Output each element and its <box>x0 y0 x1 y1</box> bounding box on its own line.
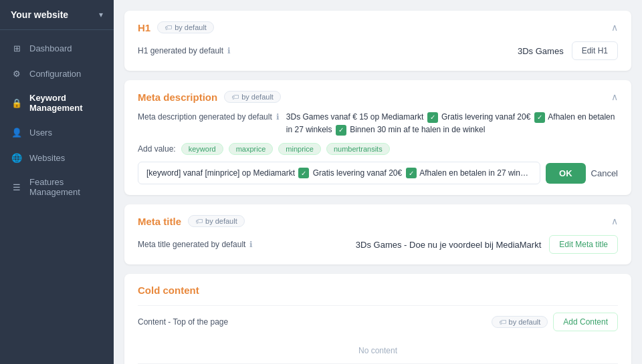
sidebar-item-label: Configuration <box>29 69 81 79</box>
gear-icon: ⚙ <box>11 67 23 79</box>
content-top-row: Content - Top of the page 🏷 by default A… <box>138 305 618 338</box>
tag-icon: 🏷 <box>195 217 203 225</box>
editor-text: [keyword] vanaf [minprice] op Mediamarkt… <box>146 168 540 178</box>
chevron-down-icon: ▾ <box>99 10 103 19</box>
add-content-top-button[interactable]: Add Content <box>553 313 618 331</box>
sidebar-item-label: Websites <box>29 153 65 163</box>
info-icon: ℹ <box>276 112 280 122</box>
cold-content-card: Cold content Content - Top of the page 🏷… <box>124 274 631 364</box>
no-content-message: No content <box>138 338 618 363</box>
meta-title-collapse-icon[interactable]: ∧ <box>611 216 618 226</box>
meta-desc-value: 3Ds Games vanaf € 15 op Mediamarkt ✓ Gra… <box>286 111 618 136</box>
meta-desc-part2: Gratis levering vanaf 20€ <box>441 112 530 122</box>
sidebar-item-label: Keyword Management <box>29 93 103 113</box>
tag-icon: 🏷 <box>165 23 172 31</box>
edit-h1-button[interactable]: Edit H1 <box>572 41 618 60</box>
h1-label-text: H1 generated by default <box>138 46 223 55</box>
check-icon-1: ✓ <box>427 112 438 123</box>
meta-title-card-header: Meta title 🏷 by default ∧ <box>138 215 618 227</box>
sidebar-item-configuration[interactable]: ⚙ Configuration <box>0 61 114 86</box>
sidebar-item-label: Features Management <box>29 177 103 197</box>
sidebar-item-websites[interactable]: 🌐 Websites <box>0 145 114 170</box>
meta-desc-part4: Binnen 30 min af te halen in de winkel <box>350 125 485 134</box>
dashboard-icon: ⊞ <box>11 42 23 54</box>
meta-title-field-right: 3Ds Games - Doe nu je voordeel bij Media… <box>356 235 618 254</box>
globe-icon: 🌐 <box>11 152 23 164</box>
tag-icon: 🏷 <box>499 318 506 326</box>
chip-maxprice[interactable]: maxprice <box>229 143 274 155</box>
meta-desc-field-label: Meta description generated by default ℹ <box>138 112 280 122</box>
content-top-label: Content - Top of the page <box>138 317 228 327</box>
info-icon: ℹ <box>227 46 231 55</box>
meta-desc-part1: 3Ds Games vanaf € 15 op Mediamarkt <box>286 112 423 122</box>
cancel-button[interactable]: Cancel <box>591 168 618 178</box>
meta-title-badge-label: by default <box>205 217 237 225</box>
meta-title-card: Meta title 🏷 by default ∧ Meta title gen… <box>124 204 631 264</box>
h1-badge-label: by default <box>175 23 207 31</box>
content-top-badge: 🏷 by default <box>492 316 548 328</box>
meta-desc-card-header: Meta description 🏷 by default ∧ <box>138 91 618 103</box>
content-top-right: 🏷 by default Add Content <box>492 313 618 331</box>
add-value-row: Add value: keyword maxprice minprice num… <box>138 143 618 155</box>
sidebar-item-features-management[interactable]: ☰ Features Management <box>0 170 114 204</box>
sidebar-item-label: Dashboard <box>29 43 72 53</box>
sidebar-item-dashboard[interactable]: ⊞ Dashboard <box>0 35 114 61</box>
h1-card-header: H1 🏷 by default ∧ <box>138 21 618 33</box>
edit-meta-title-button[interactable]: Edit Meta title <box>549 235 618 254</box>
meta-desc-label-text: Meta description generated by default <box>138 112 272 122</box>
check-icon-3: ✓ <box>336 125 346 136</box>
h1-header-left: H1 🏷 by default <box>138 21 214 33</box>
chip-numbertransits[interactable]: numbertransits <box>326 143 390 155</box>
h1-field-row: H1 generated by default ℹ 3Ds Games Edit… <box>138 41 618 60</box>
h1-title: H1 <box>138 22 150 33</box>
sidebar-item-label: Users <box>29 128 52 138</box>
features-icon: ☰ <box>11 181 23 193</box>
h1-collapse-icon[interactable]: ∧ <box>611 22 618 33</box>
sidebar-header[interactable]: Your website ▾ <box>0 0 114 30</box>
info-icon: ℹ <box>249 240 253 249</box>
meta-title-default-badge: 🏷 by default <box>188 215 245 227</box>
check-icon-2: ✓ <box>534 112 545 123</box>
sidebar-nav: ⊞ Dashboard ⚙ Configuration 🔒 Keyword Ma… <box>0 30 114 364</box>
sidebar: Your website ▾ ⊞ Dashboard ⚙ Configurati… <box>0 0 114 364</box>
meta-title-header-left: Meta title 🏷 by default <box>138 215 245 227</box>
meta-desc-editor-row: [keyword] vanaf [minprice] op Mediamarkt… <box>138 162 618 184</box>
lock-icon: 🔒 <box>11 97 23 109</box>
chip-minprice[interactable]: minprice <box>278 143 321 155</box>
h1-value: 3Ds Games <box>518 46 564 56</box>
sidebar-item-keyword-management[interactable]: 🔒 Keyword Management <box>0 86 114 120</box>
meta-title-title: Meta title <box>138 216 181 227</box>
meta-desc-editor-input[interactable]: [keyword] vanaf [minprice] op Mediamarkt… <box>138 162 540 184</box>
chip-keyword[interactable]: keyword <box>181 143 223 155</box>
website-name: Your website <box>11 9 68 20</box>
content-top-label-text: Content - Top of the page <box>138 317 228 327</box>
meta-description-card: Meta description 🏷 by default ∧ Meta des… <box>124 80 631 195</box>
meta-desc-field-row: Meta description generated by default ℹ … <box>138 111 618 136</box>
meta-desc-title: Meta description <box>138 92 217 103</box>
tag-icon: 🏷 <box>231 93 239 101</box>
meta-desc-badge-label: by default <box>241 93 274 101</box>
meta-title-value: 3Ds Games - Doe nu je voordeel bij Media… <box>356 240 541 250</box>
meta-title-label-text: Meta title generated by default <box>138 240 245 249</box>
h1-field-label: H1 generated by default ℹ <box>138 46 231 55</box>
meta-title-field-row: Meta title generated by default ℹ 3Ds Ga… <box>138 235 618 254</box>
meta-desc-header-left: Meta description 🏷 by default <box>138 91 281 103</box>
main-content: H1 🏷 by default ∧ H1 generated by defaul… <box>114 0 642 364</box>
h1-card: H1 🏷 by default ∧ H1 generated by defaul… <box>124 11 631 71</box>
cold-content-title: Cold content <box>138 285 618 296</box>
user-icon: 👤 <box>11 126 23 138</box>
add-value-label: Add value: <box>138 144 176 154</box>
meta-title-field-label: Meta title generated by default ℹ <box>138 240 253 249</box>
meta-desc-default-badge: 🏷 by default <box>224 91 281 103</box>
meta-desc-collapse-icon[interactable]: ∧ <box>611 92 618 102</box>
content-top-badge-label: by default <box>509 318 541 326</box>
h1-default-badge: 🏷 by default <box>157 21 214 33</box>
ok-button[interactable]: OK <box>546 163 586 184</box>
sidebar-item-users[interactable]: 👤 Users <box>0 120 114 145</box>
h1-field-right: 3Ds Games Edit H1 <box>518 41 618 60</box>
